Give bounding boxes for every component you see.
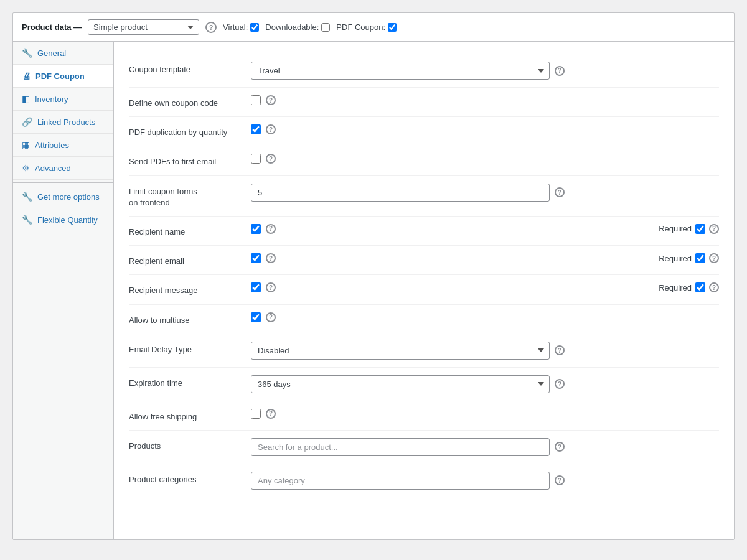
expiration-time-control: 365 days 30 days 60 days 90 days 180 day…: [251, 375, 719, 393]
product-data-title: Product data —: [22, 22, 82, 32]
recipient-message-required-checkbox[interactable]: [695, 282, 705, 292]
sidebar-item-pdf-coupon[interactable]: 🖨 PDF Coupon: [13, 65, 113, 88]
sidebar-item-flexible-quantity[interactable]: 🔧 Flexible Quantity: [13, 208, 113, 231]
email-delay-type-help-icon[interactable]: ?: [555, 345, 565, 355]
allow-multiuse-label: Allow to multiuse: [129, 312, 241, 326]
main-content: Coupon template Travel Birthday Holiday …: [114, 42, 734, 539]
limit-coupon-forms-row: Limit coupon forms on frontend ?: [129, 176, 719, 217]
recipient-name-control: ? Required ?: [251, 224, 719, 234]
sidebar-item-advanced[interactable]: ⚙ Advanced: [13, 157, 113, 180]
recipient-message-required-label: Required: [659, 283, 692, 292]
coupon-template-help-icon[interactable]: ?: [555, 66, 565, 76]
product-data-header: Product data — Simple productVariable pr…: [13, 13, 734, 42]
allow-free-shipping-label: Allow free shipping: [129, 409, 241, 422]
limit-coupon-forms-help-icon[interactable]: ?: [555, 187, 565, 197]
recipient-email-checkbox[interactable]: [251, 253, 261, 263]
recipient-message-label: Recipient message: [129, 282, 241, 296]
sidebar: 🔧 General 🖨 PDF Coupon ◧ Inventory 🔗 Lin…: [13, 42, 114, 539]
recipient-message-checkbox[interactable]: [251, 282, 261, 292]
recipient-email-row: Recipient email ? Required ?: [129, 246, 719, 275]
send-pdfs-help-icon[interactable]: ?: [266, 154, 276, 164]
email-delay-type-control: Disabled Delay by days Fixed date ?: [251, 342, 719, 360]
attributes-icon: ▦: [22, 140, 30, 150]
pdf-icon: 🖨: [22, 71, 31, 81]
recipient-email-required-help-icon[interactable]: ?: [709, 253, 719, 263]
recipient-name-help-icon[interactable]: ?: [266, 224, 276, 234]
downloadable-checkbox-label[interactable]: Downloadable:: [265, 22, 330, 32]
product-categories-row: Product categories ?: [129, 464, 719, 497]
send-pdfs-label: Send PDFs to first email: [129, 154, 241, 167]
virtual-checkbox[interactable]: [250, 23, 259, 32]
define-own-coupon-code-checkbox[interactable]: [251, 95, 261, 105]
recipient-message-control: ? Required ?: [251, 282, 719, 292]
recipient-message-required-section: Required ?: [659, 282, 719, 292]
send-pdfs-control: ?: [251, 154, 719, 164]
coupon-template-control: Travel Birthday Holiday Corporate Classi…: [251, 62, 719, 80]
recipient-name-required-label: Required: [659, 224, 692, 233]
recipient-name-checkbox[interactable]: [251, 224, 261, 234]
sidebar-item-linked-products[interactable]: 🔗 Linked Products: [13, 111, 113, 134]
sidebar-item-general[interactable]: 🔧 General: [13, 42, 113, 65]
product-categories-help-icon[interactable]: ?: [555, 475, 565, 485]
sidebar-item-attributes[interactable]: ▦ Attributes: [13, 134, 113, 157]
downloadable-label: Downloadable:: [265, 22, 319, 32]
define-own-coupon-code-row: Define own coupon code ?: [129, 88, 719, 117]
allow-multiuse-control: ?: [251, 312, 719, 322]
gear-icon: ⚙: [22, 163, 30, 173]
sidebar-item-advanced-label: Advanced: [35, 164, 71, 173]
pdf-duplication-help-icon[interactable]: ?: [266, 124, 276, 134]
sidebar-item-inventory[interactable]: ◧ Inventory: [13, 88, 113, 111]
email-delay-type-select[interactable]: Disabled Delay by days Fixed date: [251, 342, 550, 360]
recipient-message-required-help-icon[interactable]: ?: [709, 282, 719, 292]
get-more-icon: 🔧: [22, 192, 32, 202]
expiration-time-select[interactable]: 365 days 30 days 60 days 90 days 180 day…: [251, 375, 550, 393]
allow-multiuse-checkbox[interactable]: [251, 312, 261, 322]
inventory-icon: ◧: [22, 94, 30, 104]
expiration-time-help-icon[interactable]: ?: [555, 379, 565, 389]
recipient-email-help-icon[interactable]: ?: [266, 253, 276, 263]
product-type-help-icon[interactable]: ?: [205, 22, 217, 33]
products-search-input[interactable]: [251, 438, 550, 456]
coupon-template-select[interactable]: Travel Birthday Holiday Corporate Classi…: [251, 62, 550, 80]
pdf-duplication-label: PDF duplication by quantity: [129, 124, 241, 138]
product-categories-control: ?: [251, 472, 719, 490]
virtual-checkbox-label[interactable]: Virtual:: [223, 22, 259, 32]
product-categories-input[interactable]: [251, 472, 550, 490]
limit-coupon-forms-label: Limit coupon forms on frontend: [129, 184, 241, 208]
define-own-coupon-code-label: Define own coupon code: [129, 95, 241, 109]
sidebar-item-flexible-quantity-label: Flexible Quantity: [37, 215, 98, 225]
expiration-time-row: Expiration time 365 days 30 days 60 days…: [129, 368, 719, 401]
products-label: Products: [129, 438, 241, 452]
pdf-coupon-checkbox[interactable]: [388, 23, 397, 32]
recipient-name-row: Recipient name ? Required ?: [129, 217, 719, 246]
product-type-select[interactable]: Simple productVariable productGrouped pr…: [88, 19, 199, 35]
products-help-icon[interactable]: ?: [555, 442, 565, 452]
define-own-coupon-code-help-icon[interactable]: ?: [266, 95, 276, 105]
pdf-coupon-label: PDF Coupon:: [336, 22, 385, 32]
send-pdfs-row: Send PDFs to first email ?: [129, 146, 719, 175]
sidebar-item-linked-products-label: Linked Products: [37, 118, 95, 127]
downloadable-checkbox[interactable]: [321, 23, 330, 32]
sidebar-item-get-more-options[interactable]: 🔧 Get more options: [13, 185, 113, 208]
recipient-email-required-section: Required ?: [659, 253, 719, 263]
pdf-duplication-checkbox[interactable]: [251, 124, 261, 134]
recipient-message-help-icon[interactable]: ?: [266, 282, 276, 292]
recipient-email-control: ? Required ?: [251, 253, 719, 263]
allow-free-shipping-help-icon[interactable]: ?: [266, 409, 276, 419]
recipient-email-required-checkbox[interactable]: [695, 253, 705, 263]
recipient-name-required-help-icon[interactable]: ?: [709, 224, 719, 234]
pdf-coupon-checkbox-label[interactable]: PDF Coupon:: [336, 22, 397, 32]
recipient-name-required-checkbox[interactable]: [695, 224, 705, 234]
expiration-time-label: Expiration time: [129, 375, 241, 389]
send-pdfs-checkbox[interactable]: [251, 154, 261, 164]
sidebar-item-attributes-label: Attributes: [35, 141, 69, 150]
limit-coupon-forms-label-line2: on frontend: [129, 198, 170, 207]
allow-multiuse-help-icon[interactable]: ?: [266, 312, 276, 322]
define-own-coupon-code-control: ?: [251, 95, 719, 105]
recipient-name-label: Recipient name: [129, 224, 241, 238]
limit-coupon-forms-input[interactable]: [251, 184, 550, 202]
limit-coupon-forms-label-line1: Limit coupon forms: [129, 187, 197, 196]
allow-free-shipping-checkbox[interactable]: [251, 409, 261, 419]
link-icon: 🔗: [22, 117, 32, 127]
sidebar-item-get-more-options-label: Get more options: [37, 192, 100, 202]
